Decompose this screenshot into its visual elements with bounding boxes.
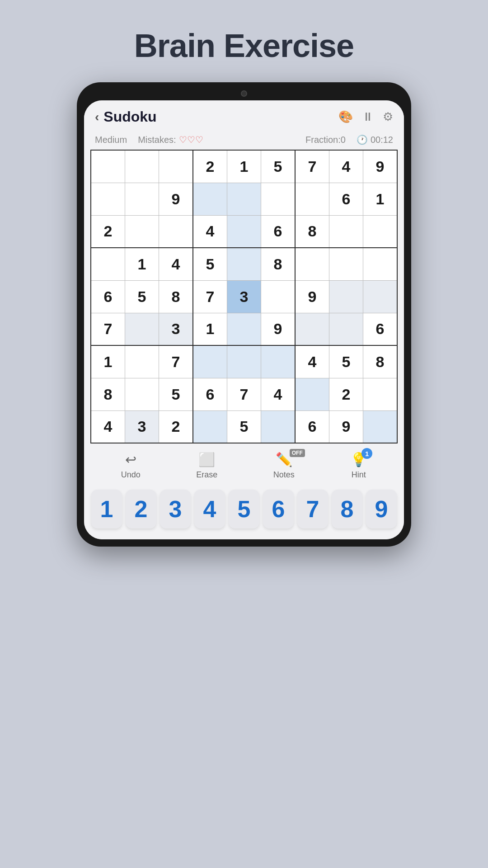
settings-icon[interactable]: ⚙ [383, 110, 393, 124]
sudoku-cell[interactable]: 7 [227, 378, 261, 410]
sudoku-cell[interactable]: 8 [261, 248, 295, 280]
sudoku-cell[interactable] [193, 345, 227, 378]
undo-button[interactable]: ↩ Undo [121, 452, 141, 480]
sudoku-cell[interactable] [295, 313, 329, 345]
sudoku-cell[interactable]: 7 [159, 345, 193, 378]
sudoku-cell[interactable]: 2 [159, 410, 193, 443]
numpad-1-button[interactable]: 1 [91, 490, 122, 528]
sudoku-cell[interactable]: 6 [193, 378, 227, 410]
sudoku-cell[interactable] [295, 378, 329, 410]
sudoku-cell[interactable] [329, 248, 363, 280]
sudoku-cell[interactable]: 5 [125, 280, 159, 313]
sudoku-cell[interactable]: 7 [193, 280, 227, 313]
sudoku-cell[interactable]: 8 [91, 378, 125, 410]
palette-icon[interactable]: 🎨 [338, 110, 353, 124]
sudoku-cell[interactable] [125, 378, 159, 410]
numpad-3-button[interactable]: 3 [160, 490, 191, 528]
sudoku-cell[interactable] [193, 410, 227, 443]
sudoku-cell[interactable] [363, 410, 397, 443]
number-pad: 123456789 [84, 485, 404, 539]
sudoku-cell[interactable]: 8 [159, 280, 193, 313]
sudoku-cell[interactable] [261, 410, 295, 443]
sudoku-cell[interactable] [91, 248, 125, 280]
sudoku-cell[interactable] [159, 150, 193, 183]
sudoku-cell[interactable]: 6 [91, 280, 125, 313]
sudoku-cell[interactable]: 1 [91, 345, 125, 378]
sudoku-cell[interactable] [227, 345, 261, 378]
sudoku-cell[interactable] [261, 183, 295, 215]
sudoku-cell[interactable]: 5 [193, 248, 227, 280]
sudoku-cell[interactable]: 4 [91, 410, 125, 443]
sudoku-cell[interactable] [91, 183, 125, 215]
sudoku-cell[interactable] [159, 215, 193, 248]
pause-icon[interactable]: ⏸ [362, 110, 374, 124]
sudoku-cell[interactable]: 3 [125, 410, 159, 443]
sudoku-cell[interactable]: 6 [295, 410, 329, 443]
sudoku-cell[interactable] [363, 378, 397, 410]
numpad-8-button[interactable]: 8 [332, 490, 362, 528]
sudoku-cell[interactable] [295, 248, 329, 280]
sudoku-cell[interactable]: 2 [193, 150, 227, 183]
numpad-7-button[interactable]: 7 [297, 490, 328, 528]
sudoku-cell[interactable]: 6 [261, 215, 295, 248]
sudoku-cell[interactable] [363, 248, 397, 280]
sudoku-cell[interactable]: 3 [227, 280, 261, 313]
sudoku-cell[interactable]: 7 [91, 313, 125, 345]
sudoku-cell[interactable]: 5 [329, 345, 363, 378]
sudoku-cell[interactable]: 1 [363, 183, 397, 215]
sudoku-cell[interactable] [329, 313, 363, 345]
sudoku-cell[interactable]: 8 [363, 345, 397, 378]
sudoku-cell[interactable]: 9 [159, 183, 193, 215]
hint-button[interactable]: 💡 1 Hint [350, 452, 367, 480]
sudoku-cell[interactable] [261, 345, 295, 378]
sudoku-cell[interactable]: 4 [193, 215, 227, 248]
numpad-2-button[interactable]: 2 [126, 490, 156, 528]
back-button[interactable]: ‹ [95, 110, 99, 124]
sudoku-cell[interactable]: 9 [329, 410, 363, 443]
sudoku-cell[interactable] [125, 215, 159, 248]
sudoku-cell[interactable] [125, 150, 159, 183]
sudoku-cell[interactable]: 2 [329, 378, 363, 410]
notes-button[interactable]: ✏️ OFF Notes [273, 452, 295, 480]
sudoku-cell[interactable]: 3 [159, 313, 193, 345]
sudoku-cell[interactable]: 9 [261, 313, 295, 345]
sudoku-cell[interactable]: 9 [295, 280, 329, 313]
sudoku-cell[interactable]: 2 [91, 215, 125, 248]
sudoku-cell[interactable]: 5 [159, 378, 193, 410]
sudoku-cell[interactable] [193, 183, 227, 215]
sudoku-cell[interactable] [91, 150, 125, 183]
sudoku-cell[interactable]: 1 [125, 248, 159, 280]
sudoku-cell[interactable]: 4 [159, 248, 193, 280]
sudoku-cell[interactable]: 6 [363, 313, 397, 345]
sudoku-cell[interactable]: 1 [227, 150, 261, 183]
sudoku-cell[interactable] [227, 248, 261, 280]
sudoku-cell[interactable] [227, 215, 261, 248]
sudoku-cell[interactable]: 4 [295, 345, 329, 378]
sudoku-cell[interactable] [227, 183, 261, 215]
sudoku-cell[interactable] [329, 280, 363, 313]
numpad-4-button[interactable]: 4 [194, 490, 225, 528]
numpad-5-button[interactable]: 5 [229, 490, 259, 528]
sudoku-cell[interactable]: 7 [295, 150, 329, 183]
sudoku-cell[interactable]: 4 [329, 150, 363, 183]
sudoku-cell[interactable] [125, 183, 159, 215]
sudoku-cell[interactable]: 8 [295, 215, 329, 248]
sudoku-cell[interactable] [329, 215, 363, 248]
sudoku-cell[interactable] [227, 313, 261, 345]
sudoku-grid[interactable]: 2157499612468145865873973196174588567424… [90, 150, 398, 443]
sudoku-cell[interactable] [295, 183, 329, 215]
sudoku-cell[interactable]: 1 [193, 313, 227, 345]
sudoku-cell[interactable] [125, 345, 159, 378]
sudoku-cell[interactable] [261, 280, 295, 313]
erase-button[interactable]: ⬜ Erase [196, 452, 217, 480]
numpad-6-button[interactable]: 6 [263, 490, 294, 528]
sudoku-cell[interactable]: 5 [227, 410, 261, 443]
sudoku-cell[interactable]: 9 [363, 150, 397, 183]
sudoku-cell[interactable] [363, 215, 397, 248]
sudoku-cell[interactable] [363, 280, 397, 313]
sudoku-cell[interactable]: 4 [261, 378, 295, 410]
sudoku-cell[interactable]: 6 [329, 183, 363, 215]
sudoku-cell[interactable]: 5 [261, 150, 295, 183]
sudoku-cell[interactable] [125, 313, 159, 345]
numpad-9-button[interactable]: 9 [366, 490, 397, 528]
